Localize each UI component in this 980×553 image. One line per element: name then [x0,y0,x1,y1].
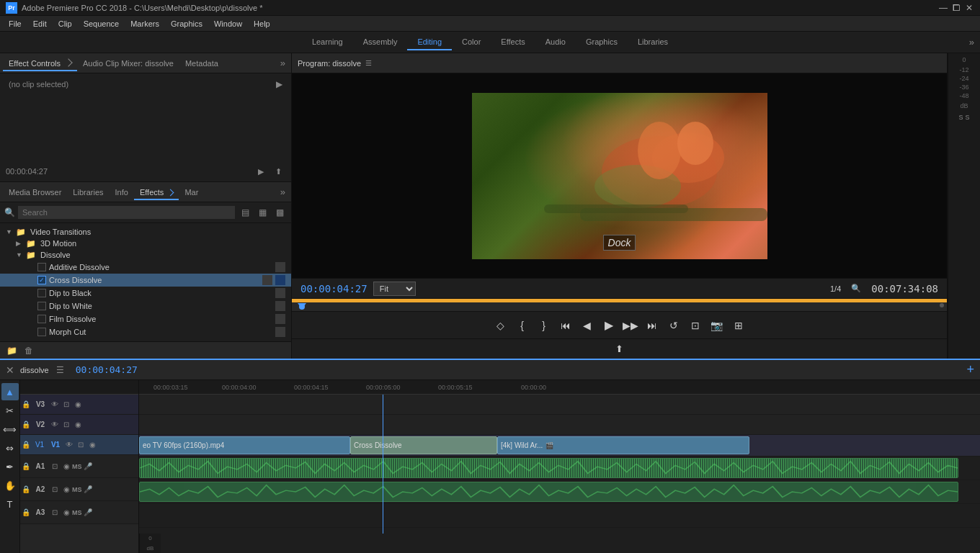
mic-a2-button[interactable]: 🎤 [82,484,94,495]
tree-item-dip-to-white[interactable]: Dip to White [0,300,291,313]
marker-button[interactable]: ◇ [491,316,510,335]
visibility-v2-button[interactable]: 👁 [49,419,61,431]
effect-checkbox[interactable] [37,263,46,271]
thr-track-v1-label[interactable]: V1 [32,441,48,449]
close-button[interactable]: ✕ [964,3,974,13]
ec-export-button[interactable]: ⬆ [271,164,285,179]
audio-clip-a1[interactable] [139,458,958,478]
sync-a2-button[interactable]: ⊡ [49,484,61,495]
tab-learning[interactable]: Learning [302,35,353,50]
tl-hand-tool[interactable]: ✋ [1,477,19,494]
timeline-menu-icon[interactable]: ☰ [56,365,64,375]
go-to-out-button[interactable]: ⏭ [643,316,662,335]
delete-button[interactable]: 🗑 [22,343,36,358]
thr-track-v1-active[interactable]: V1 [48,441,63,449]
tree-item-dip-to-black[interactable]: Dip to Black [0,287,291,300]
visibility-v3-button[interactable]: 👁 [49,399,61,410]
toggle-v2-button[interactable]: ◉ [72,419,84,431]
tab-effects[interactable]: Effects [491,35,535,50]
effects-menu-icon[interactable] [167,189,174,196]
toggle-v3-button[interactable]: ◉ [72,399,84,410]
tab-audio-clip-mixer[interactable]: Audio Clip Mixer: dissolve [77,56,179,71]
lock-v2-button[interactable]: 🔒 [20,419,32,431]
effects-more-button[interactable]: » [277,186,288,197]
tl-razor-tool[interactable]: ✂ [1,402,19,419]
loop-button[interactable]: ↺ [664,316,683,335]
tl-ripple-tool[interactable]: ⟺ [1,421,19,438]
ec-play-button[interactable]: ▶ [254,164,268,179]
tab-metadata[interactable]: Metadata [179,56,224,71]
tab-info[interactable]: Info [110,185,134,199]
lock-a3-button[interactable]: 🔒 [20,507,32,518]
export-frame-button[interactable]: ⊞ [729,316,748,335]
workspace-more-button[interactable]: » [969,37,974,48]
zoom-icon[interactable]: 🔍 [851,284,861,293]
new-bin-button[interactable]: 📁 [4,343,19,358]
tree-item-cross-dissolve[interactable]: ✓ Cross Dissolve [0,274,291,287]
maximize-button[interactable]: ⧠ [951,3,961,13]
tab-libraries[interactable]: Libraries [67,185,109,199]
tab-color[interactable]: Color [452,35,491,50]
tree-item-dissolve[interactable]: ▼ 📁 Dissolve [0,249,291,261]
effect-checkbox[interactable] [37,315,46,323]
out-point-button[interactable]: } [535,316,553,335]
tab-editing[interactable]: Editing [407,35,452,50]
lock-a2-button[interactable]: 🔒 [20,484,32,495]
tl-pen-tool[interactable]: ✒ [1,458,19,475]
clip-cross-dissolve[interactable]: Cross Dissolve [350,436,497,454]
tab-effect-controls[interactable]: Effect Controls [3,56,77,71]
menu-markers[interactable]: Markers [125,18,165,30]
step-forward-button[interactable]: ▶▶ [621,316,640,335]
tree-item-film-dissolve[interactable]: Film Dissolve [0,313,291,325]
go-to-in-button[interactable]: ⏮ [556,316,575,335]
mute-a2-button[interactable]: M [72,486,78,493]
sync-v1-button[interactable]: ⊡ [75,439,86,451]
tree-item-video-transitions[interactable]: ▼ 📁 Video Transitions [0,226,291,238]
menu-graphics[interactable]: Graphics [165,18,208,30]
tl-select-tool[interactable]: ▲ [1,383,19,400]
sync-a3-button[interactable]: ⊡ [49,507,61,518]
visibility-a3-button[interactable]: ◉ [61,507,72,518]
tree-item-additive-dissolve[interactable]: Additive Dissolve [0,261,291,274]
clip-v1-video2[interactable]: [4k] Wild Ar... 🎬 [497,436,749,454]
lock-v1-button[interactable]: 🔒 [20,439,32,451]
lock-v3-button[interactable]: 🔒 [20,399,32,410]
sync-a1-button[interactable]: ⊡ [49,461,61,472]
tree-item-3d-motion[interactable]: ▶ 📁 3D Motion [0,238,291,249]
tl-slip-tool[interactable]: ⇔ [1,439,19,457]
effects-icon-view-button[interactable]: ▤ [238,205,252,220]
tl-text-tool[interactable]: T [1,495,19,513]
tab-audio[interactable]: Audio [535,35,576,50]
mute-a1-button[interactable]: M [72,463,78,470]
effect-checkbox-checked[interactable]: ✓ [37,276,46,284]
effect-controls-more-button[interactable]: » [277,58,288,68]
mic-a3-button[interactable]: 🎤 [82,507,94,518]
minimize-button[interactable]: — [938,3,948,13]
effect-checkbox[interactable] [37,328,46,336]
step-back-button[interactable]: ◀ [578,316,597,335]
tab-graphics[interactable]: Graphics [576,35,628,50]
sync-v3-button[interactable]: ⊡ [61,399,72,410]
audio-clip-a2[interactable] [139,482,958,502]
in-point-button[interactable]: { [513,316,532,335]
lock-a1-button[interactable]: 🔒 [20,461,32,472]
effect-checkbox[interactable] [37,289,46,297]
effect-controls-menu-icon[interactable] [64,58,72,66]
tab-mar[interactable]: Mar [179,185,204,199]
mic-a1-button[interactable]: 🎤 [82,461,94,472]
menu-file[interactable]: File [3,18,27,30]
effects-list-view-button[interactable]: ▦ [255,205,270,220]
visibility-v1-button[interactable]: 👁 [63,439,75,451]
clip-v1-video1[interactable]: eo TV 60fps (2160p).mp4 [139,436,350,454]
timeline-add-button[interactable]: + [966,362,974,377]
timeline-close-button[interactable]: ✕ [6,364,14,376]
search-input[interactable] [18,206,235,219]
effect-checkbox[interactable] [37,302,46,310]
toggle-v1-button[interactable]: ◉ [86,439,98,451]
safe-margins-button[interactable]: ⊡ [686,316,705,335]
tree-item-morph-cut[interactable]: Morph Cut [0,325,291,338]
effects-panel-settings-button[interactable]: ▩ [272,205,287,220]
menu-edit[interactable]: Edit [27,18,53,30]
tab-effects-panel[interactable]: Effects [134,185,179,199]
visibility-a1-button[interactable]: ◉ [61,461,72,472]
